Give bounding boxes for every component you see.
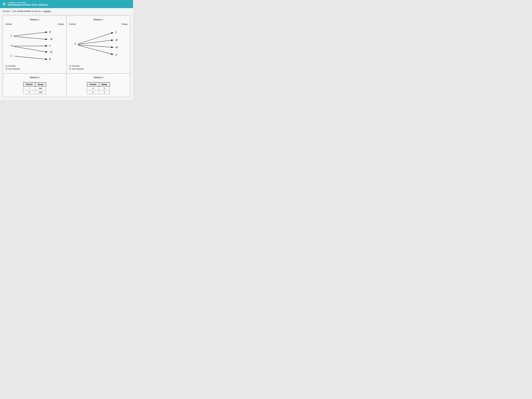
instruction-bar: For eac ▾ tion, decide whether or not it… <box>0 8 133 14</box>
relation-2-cell: Relation 2 Domain Range c f d m c <box>66 16 130 74</box>
hamburger-menu[interactable] <box>3 3 6 5</box>
dropdown-chevron: ▾ <box>11 10 12 12</box>
relation-2-labels: Domain Range <box>69 23 127 25</box>
svg-text:f: f <box>116 31 117 34</box>
relation-2-range-label: Range <box>122 23 127 25</box>
svg-line-8 <box>14 32 47 36</box>
relation-4-table: Domain Range 4 6 6 6 <box>87 82 110 94</box>
relation-1-function-option[interactable]: Function <box>6 65 64 67</box>
svg-text:d: d <box>116 38 117 42</box>
svg-text:m: m <box>116 46 118 49</box>
relation-1-not-function-option[interactable]: Not a function <box>6 68 64 70</box>
relation-4-col-domain: Domain <box>87 82 99 86</box>
relation-3-col-range: Range <box>35 82 46 86</box>
relation-4-row1-domain: 4 <box>87 86 99 90</box>
table-row: t leaf <box>23 86 46 90</box>
svg-text:u: u <box>11 44 13 47</box>
relation-1-range-label: Range <box>58 23 64 25</box>
relations-grid: Relation 1 Domain Range r u j 9 −9 1 −6 … <box>3 16 130 97</box>
instruction-punctuation: . <box>51 10 52 12</box>
relation-4-row2-range: 6 <box>99 90 110 94</box>
svg-line-21 <box>78 45 113 55</box>
relation-3-table: Domain Range t leaf d leaf <box>23 82 46 94</box>
radio-circle <box>69 68 71 70</box>
relation-3-table-wrap: Relation 3 Domain Range t leaf <box>6 76 64 94</box>
relation-1-title: Relation 1 <box>6 19 64 21</box>
relation-2-not-function-option[interactable]: Not a function <box>69 68 127 70</box>
relation-1-options: Function Not a function <box>6 65 64 70</box>
relation-1-cell: Relation 1 Domain Range r u j 9 −9 1 −6 … <box>3 16 66 74</box>
not-a-function-label: Not a function <box>72 68 84 70</box>
instruction-prefix: For eac <box>3 10 9 12</box>
radio-circle <box>6 68 7 70</box>
relation-4-row1-range: 6 <box>99 86 110 90</box>
relation-4-col-range: Range <box>99 82 110 86</box>
svg-text:j: j <box>11 54 12 57</box>
svg-text:9: 9 <box>49 30 51 33</box>
relation-2-diagram: c f d m c <box>69 26 127 63</box>
relation-1-diagram: r u j 9 −9 1 −6 8 <box>6 26 64 63</box>
relation-2-title: Relation 2 <box>69 19 127 21</box>
relation-3-cell: Relation 3 Domain Range t leaf <box>3 74 66 97</box>
relation-1-labels: Domain Range <box>6 23 64 25</box>
svg-text:c: c <box>116 53 117 56</box>
svg-text:r: r <box>11 34 12 37</box>
week-label: WEEK 5: FUNCTIONS <box>10 2 26 3</box>
svg-line-9 <box>14 37 47 39</box>
instruction-suffix: tion, decide whether or not it is a <box>13 10 42 12</box>
relation-3-row1-domain: t <box>23 86 35 90</box>
svg-line-20 <box>78 45 113 47</box>
svg-text:c: c <box>75 42 76 45</box>
function-link[interactable]: function <box>44 10 51 12</box>
relation-4-row2-domain: 6 <box>87 90 99 94</box>
header-text: WEEK 5: FUNCTIONS Identifying functions … <box>8 2 48 6</box>
main-content: Relation 1 Domain Range r u j 9 −9 1 −6 … <box>0 14 133 100</box>
relation-4-cell: Relation 4 Domain Range 4 6 <box>66 74 130 97</box>
table-row: 6 6 <box>87 90 110 94</box>
header-title: Identifying functions from relations <box>8 3 48 6</box>
relation-1-domain-label: Domain <box>6 23 12 25</box>
header: WEEK 5: FUNCTIONS Identifying functions … <box>0 0 133 8</box>
relation-4-title: Relation 4 <box>94 76 103 79</box>
radio-circle <box>6 65 7 67</box>
relation-3-title: Relation 3 <box>30 76 39 79</box>
relation-3-row2-range: leaf <box>35 90 46 94</box>
relation-2-domain-label: Domain <box>69 23 76 25</box>
relation-4-table-wrap: Relation 4 Domain Range 4 6 <box>69 76 127 94</box>
svg-text:1: 1 <box>49 44 51 47</box>
header-week: WEEK 5: FUNCTIONS <box>8 2 48 3</box>
relation-3-col-domain: Domain <box>23 82 35 86</box>
table-row: d leaf <box>23 90 46 94</box>
svg-line-11 <box>14 46 47 52</box>
relation-2-options: Function Not a function <box>69 65 127 70</box>
dropdown-button[interactable]: ▾ <box>10 10 13 13</box>
svg-text:−9: −9 <box>49 38 52 41</box>
week-dot <box>8 2 9 3</box>
svg-line-12 <box>14 56 47 59</box>
table-row: 4 6 <box>87 86 110 90</box>
radio-circle <box>69 65 71 67</box>
relation-2-function-option[interactable]: Function <box>69 65 127 67</box>
relation-3-row1-range: leaf <box>35 86 46 90</box>
svg-text:8: 8 <box>49 57 51 61</box>
relation-3-row2-domain: d <box>23 90 35 94</box>
svg-text:−6: −6 <box>49 50 52 53</box>
